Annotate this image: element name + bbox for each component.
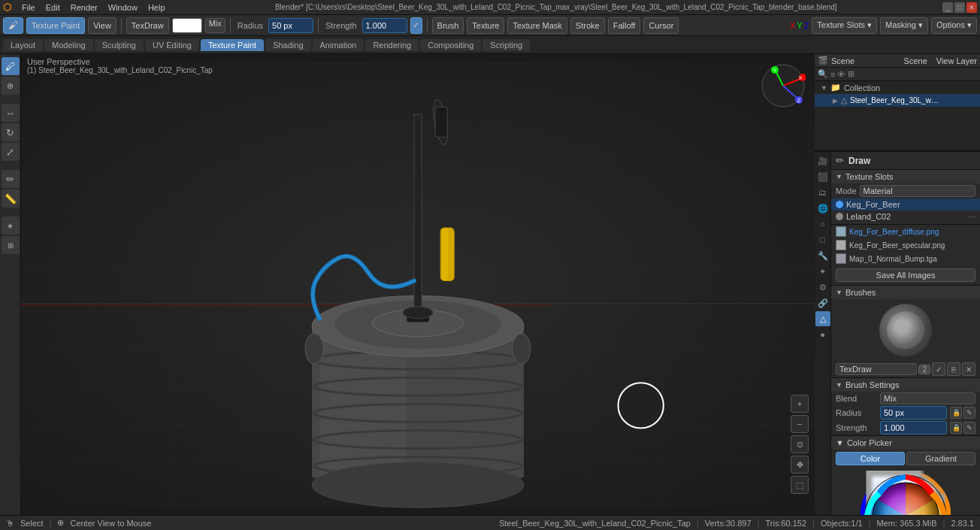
radius-lock-icon[interactable]: 🔒 bbox=[950, 407, 962, 419]
mode-icon[interactable]: 🖌 bbox=[3, 17, 23, 34]
close-button[interactable]: ✕ bbox=[966, 2, 977, 13]
radius-field[interactable]: 50 px bbox=[268, 18, 313, 33]
save-all-images-button[interactable]: Save All Images bbox=[836, 268, 975, 282]
minimize-button[interactable]: _ bbox=[942, 2, 953, 13]
zoom-out-button[interactable]: − bbox=[791, 415, 809, 433]
brush-name-input[interactable]: TexDraw bbox=[836, 363, 917, 375]
brush-name-field[interactable]: TexDraw bbox=[126, 17, 169, 34]
orbit-button[interactable]: ⊙ bbox=[791, 435, 809, 453]
viewport-axes[interactable]: X Y Z bbox=[761, 63, 806, 108]
tab-texture-paint[interactable]: Texture Paint bbox=[201, 39, 264, 51]
strength-enabled[interactable]: ✓ bbox=[410, 17, 422, 34]
view-persp-button[interactable]: ⬚ bbox=[791, 476, 809, 494]
tab-animation[interactable]: Animation bbox=[313, 39, 364, 51]
strength-field[interactable]: 1.000 bbox=[362, 18, 407, 33]
zoom-in-button[interactable]: + bbox=[791, 395, 809, 413]
texture-channel-button[interactable]: Texture bbox=[467, 17, 504, 34]
mode-dropdown[interactable]: Material bbox=[860, 185, 975, 197]
strength-edit-icon[interactable]: ✎ bbox=[963, 422, 975, 434]
texture-button[interactable]: Brush bbox=[432, 17, 464, 34]
color-wheel[interactable] bbox=[861, 471, 951, 515]
menu-window[interactable]: Window bbox=[104, 2, 142, 13]
color-picker-header[interactable]: ▼ Color Picker bbox=[831, 436, 980, 450]
data-props-icon[interactable]: △ bbox=[815, 311, 830, 326]
brush-delete-icon[interactable]: ✕ bbox=[962, 362, 975, 376]
texture-slots-header[interactable]: ▼ Texture Slots bbox=[831, 170, 980, 183]
slot-keg-for-beer[interactable]: Keg_For_Beer bbox=[831, 198, 980, 210]
draw-label: Draw bbox=[848, 156, 870, 166]
object-props-icon[interactable]: □ bbox=[815, 232, 830, 247]
texture-slots-button[interactable]: Texture Slots ▾ bbox=[812, 17, 877, 34]
cursor-button[interactable]: Cursor bbox=[643, 17, 679, 34]
blend-setting-dropdown[interactable]: Mix bbox=[880, 392, 975, 404]
extra-tool-2[interactable]: ⊞ bbox=[2, 236, 20, 254]
scene-props-icon[interactable]: 🌐 bbox=[815, 201, 830, 216]
window-controls[interactable]: _ □ ✕ bbox=[942, 2, 977, 13]
tex-diffuse[interactable]: Keg_For_Beer_diffuse.png bbox=[831, 225, 980, 238]
strength-lock-icon[interactable]: 🔒 bbox=[950, 422, 962, 434]
measure-tool[interactable]: 📏 bbox=[2, 189, 20, 207]
particles-props-icon[interactable]: ✦ bbox=[815, 264, 830, 279]
menu-edit[interactable]: Edit bbox=[41, 2, 65, 13]
cursor-tool[interactable]: ⊕ bbox=[2, 77, 20, 95]
color-tab[interactable]: Color bbox=[836, 452, 905, 465]
strength-setting-field[interactable]: 1.000 bbox=[880, 421, 947, 435]
texture-mask-button[interactable]: Texture Mask bbox=[507, 17, 567, 34]
gradient-tab[interactable]: Gradient bbox=[906, 452, 975, 465]
tab-shading[interactable]: Shading bbox=[265, 39, 310, 51]
render-props-icon[interactable]: 🎥 bbox=[815, 153, 830, 168]
brush-count-badge: 2 bbox=[918, 365, 930, 374]
view-layer-props-icon[interactable]: 🗂 bbox=[815, 185, 830, 200]
strength-setting-row: Strength 1.000 🔒 ✎ bbox=[831, 420, 980, 435]
color-swatch[interactable] bbox=[172, 18, 202, 33]
output-props-icon[interactable]: ⬛ bbox=[815, 169, 830, 184]
pan-button[interactable]: ✥ bbox=[791, 456, 809, 474]
masking-button[interactable]: Masking ▾ bbox=[880, 17, 928, 34]
color-wheel-container[interactable] bbox=[831, 468, 980, 515]
tab-scripting[interactable]: Scripting bbox=[482, 39, 530, 51]
modifier-props-icon[interactable]: 🔧 bbox=[815, 248, 830, 263]
tab-layout[interactable]: Layout bbox=[3, 39, 43, 51]
tab-rendering[interactable]: Rendering bbox=[365, 39, 419, 51]
draw-tool[interactable]: 🖊 bbox=[2, 57, 20, 75]
sep1 bbox=[121, 18, 122, 33]
tex-specular[interactable]: Keg_For_Beer_specular.png bbox=[831, 238, 980, 252]
constraints-props-icon[interactable]: 🔗 bbox=[815, 295, 830, 310]
object-item[interactable]: ▶ △ Steel_Beer_Keg_30L_with_Leland_C02_P… bbox=[815, 94, 980, 107]
tab-modeling[interactable]: Modeling bbox=[44, 39, 93, 51]
menu-file[interactable]: File bbox=[17, 2, 40, 13]
maximize-button[interactable]: □ bbox=[954, 2, 965, 13]
extra-tool-1[interactable]: ◈ bbox=[2, 217, 20, 235]
brush-settings-header[interactable]: ▼ Brush Settings bbox=[831, 378, 980, 392]
slot-leland-co2[interactable]: Leland_C02 ⋯ bbox=[831, 210, 980, 223]
falloff-button[interactable]: Falloff bbox=[608, 17, 641, 34]
collection-item[interactable]: ▼ 📁 Collection bbox=[815, 81, 980, 94]
brush-copy-icon[interactable]: ⎘ bbox=[947, 362, 960, 376]
axis-display: X Y Z bbox=[790, 21, 809, 30]
viewport[interactable]: User Perspective (1) Steel_Beer_Keg_30L_… bbox=[21, 54, 815, 515]
radius-edit-icon[interactable]: ✎ bbox=[963, 407, 975, 419]
material-props-icon[interactable]: ● bbox=[815, 327, 830, 342]
stroke-button[interactable]: Stroke bbox=[570, 17, 605, 34]
radius-setting-field[interactable]: 50 px bbox=[880, 406, 947, 419]
move-tool[interactable]: ↔ bbox=[2, 104, 20, 122]
tab-compositing[interactable]: Compositing bbox=[420, 39, 481, 51]
tab-uv-editing[interactable]: UV Editing bbox=[145, 39, 199, 51]
svg-point-36 bbox=[305, 334, 323, 364]
tex-bump[interactable]: Map_0_Normal_Bump.tga bbox=[831, 252, 980, 265]
tab-sculpting[interactable]: Sculpting bbox=[95, 39, 144, 51]
options-button[interactable]: Options ▾ bbox=[931, 17, 977, 34]
physics-props-icon[interactable]: ⚙ bbox=[815, 280, 830, 295]
texture-paint-mode[interactable]: Texture Paint bbox=[26, 17, 85, 34]
view-button[interactable]: View bbox=[88, 17, 116, 34]
world-props-icon[interactable]: ○ bbox=[815, 217, 830, 232]
svg-rect-29 bbox=[414, 114, 422, 319]
scale-tool[interactable]: ⤢ bbox=[2, 143, 20, 161]
rotate-tool[interactable]: ↻ bbox=[2, 123, 20, 141]
annotate-tool[interactable]: ✏ bbox=[2, 170, 20, 188]
menu-help[interactable]: Help bbox=[144, 2, 170, 13]
brush-shield-icon[interactable]: ✓ bbox=[932, 362, 945, 376]
blend-dropdown[interactable]: Mix bbox=[205, 18, 225, 33]
brushes-header[interactable]: ▼ Brushes bbox=[831, 286, 980, 299]
menu-render[interactable]: Render bbox=[66, 2, 102, 13]
